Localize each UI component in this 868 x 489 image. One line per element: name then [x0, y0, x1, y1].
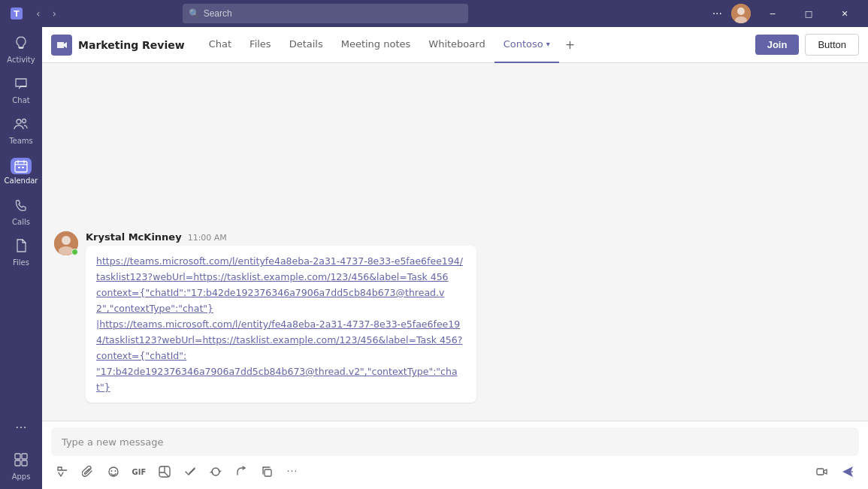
- maximize-button[interactable]: □: [791, 0, 826, 27]
- sidebar-item-chat[interactable]: Chat: [3, 71, 39, 110]
- add-tab-button[interactable]: +: [559, 27, 581, 63]
- sidebar-item-calls[interactable]: Calls: [3, 192, 39, 231]
- svg-point-20: [111, 470, 113, 472]
- forward-tool[interactable]: [230, 460, 253, 483]
- nav-forward[interactable]: ›: [50, 6, 60, 21]
- title-bar-right: ··· − □ ✕: [708, 0, 862, 27]
- svg-rect-5: [19, 47, 23, 49]
- svg-point-17: [62, 236, 71, 245]
- nav-back[interactable]: ‹: [33, 6, 44, 21]
- svg-rect-8: [15, 161, 27, 172]
- emoji-tool[interactable]: [102, 460, 125, 483]
- svg-text:T: T: [14, 9, 20, 19]
- tab-meeting-notes[interactable]: Meeting notes: [332, 27, 420, 63]
- more-options-button[interactable]: ···: [708, 6, 727, 21]
- window-controls: − □ ✕: [755, 0, 862, 27]
- generic-button[interactable]: Button: [805, 34, 859, 56]
- chat-icon: [14, 76, 29, 94]
- svg-rect-24: [817, 469, 824, 475]
- avatar[interactable]: [731, 4, 751, 23]
- sidebar-item-calls-label: Calls: [12, 218, 30, 226]
- more-compose-tool[interactable]: ···: [281, 460, 304, 483]
- gif-tool[interactable]: GIF: [128, 460, 150, 483]
- svg-point-7: [23, 119, 26, 123]
- svg-rect-9: [18, 167, 20, 168]
- sidebar-item-chat-label: Chat: [12, 96, 29, 104]
- app-layout: Activity Chat Teams Calendar Calls: [0, 27, 868, 489]
- svg-rect-10: [22, 167, 24, 168]
- sidebar-item-files-label: Files: [13, 258, 29, 267]
- teams-icon: [14, 116, 29, 134]
- attach-tool[interactable]: [77, 460, 99, 483]
- message-time: 11:00 AM: [188, 233, 227, 243]
- svg-rect-11: [15, 454, 20, 459]
- title-bar: T ‹ › 🔍 ··· − □ ✕: [0, 0, 868, 27]
- minimize-button[interactable]: −: [755, 0, 790, 27]
- join-button[interactable]: Join: [755, 35, 800, 55]
- message-group: Krystal McKinney 11:00 AM https://teams.…: [54, 231, 856, 403]
- close-button[interactable]: ✕: [827, 0, 862, 27]
- search-input[interactable]: [183, 4, 468, 23]
- compose-placeholder: Type a new message: [62, 436, 164, 448]
- meeting-icon: [51, 35, 72, 56]
- files-icon: [14, 238, 29, 256]
- contoso-chevron-icon: ▾: [546, 40, 550, 48]
- search-bar: 🔍: [183, 4, 468, 23]
- activity-icon: [14, 35, 29, 53]
- teams-logo: T: [6, 3, 27, 24]
- loop-tool[interactable]: [204, 460, 227, 483]
- message-author: Krystal McKinney: [86, 231, 182, 243]
- message-content: Krystal McKinney 11:00 AM https://teams.…: [86, 231, 856, 403]
- svg-point-3: [737, 8, 745, 15]
- svg-rect-14: [22, 460, 27, 466]
- avatar: [54, 231, 78, 255]
- tab-contoso[interactable]: Contoso ▾: [494, 27, 559, 63]
- svg-rect-13: [15, 460, 20, 466]
- message-meta: Krystal McKinney 11:00 AM: [86, 231, 856, 243]
- sidebar-item-teams-label: Teams: [9, 137, 33, 145]
- apps-icon: [14, 452, 29, 470]
- compose-input[interactable]: Type a new message: [51, 427, 859, 456]
- online-indicator: [71, 249, 78, 255]
- sidebar-item-calendar[interactable]: Calendar: [3, 152, 39, 191]
- meeting-title: Marketing Review: [78, 39, 185, 51]
- calls-icon: [14, 198, 29, 216]
- send-button[interactable]: [836, 460, 859, 483]
- svg-point-21: [115, 470, 116, 472]
- tab-details[interactable]: Details: [280, 27, 332, 63]
- compose-right-tools: [811, 460, 859, 483]
- schedule-send-tool[interactable]: [179, 460, 201, 483]
- sidebar-apps-label: Apps: [12, 472, 31, 481]
- meeting-header: Marketing Review Chat Files Details Meet…: [42, 27, 868, 63]
- sidebar-item-activity[interactable]: Activity: [3, 30, 39, 69]
- content-area: Marketing Review Chat Files Details Meet…: [42, 27, 868, 489]
- sidebar-item-files[interactable]: Files: [3, 233, 39, 272]
- sidebar: Activity Chat Teams Calendar Calls: [0, 27, 42, 489]
- sidebar-item-apps[interactable]: Apps: [3, 447, 39, 486]
- meeting-header-actions: Join Button: [755, 34, 859, 56]
- compose-toolbar: GIF: [51, 460, 859, 483]
- compose-area: Type a new message GIF: [42, 421, 868, 489]
- tab-whiteboard[interactable]: Whiteboard: [419, 27, 494, 63]
- search-icon: 🔍: [189, 8, 200, 19]
- svg-point-6: [17, 119, 21, 124]
- sidebar-more-button[interactable]: ···: [3, 409, 39, 445]
- format-tool[interactable]: [51, 460, 74, 483]
- tab-chat[interactable]: Chat: [200, 27, 240, 63]
- chat-area: Krystal McKinney 11:00 AM https://teams.…: [42, 63, 868, 421]
- message-bubble: https://teams.microsoft.com/l/entityfe4a…: [86, 246, 476, 403]
- sidebar-item-calendar-label: Calendar: [5, 177, 38, 185]
- sidebar-item-activity-label: Activity: [7, 56, 35, 64]
- svg-rect-23: [265, 469, 271, 476]
- tab-files[interactable]: Files: [240, 27, 280, 63]
- message-link-1[interactable]: https://teams.microsoft.com/l/entityfe4a…: [96, 255, 463, 314]
- sticker-tool[interactable]: [153, 460, 176, 483]
- calendar-icon-wrap: [11, 158, 32, 174]
- svg-rect-12: [22, 454, 27, 459]
- video-message-tool[interactable]: [811, 460, 833, 483]
- copy-tool[interactable]: [256, 460, 278, 483]
- sidebar-item-teams[interactable]: Teams: [3, 111, 39, 150]
- message-link-2[interactable]: |https://teams.microsoft.com/l/entity/fe…: [96, 318, 462, 393]
- meeting-tabs: Chat Files Details Meeting notes Whitebo…: [200, 27, 581, 62]
